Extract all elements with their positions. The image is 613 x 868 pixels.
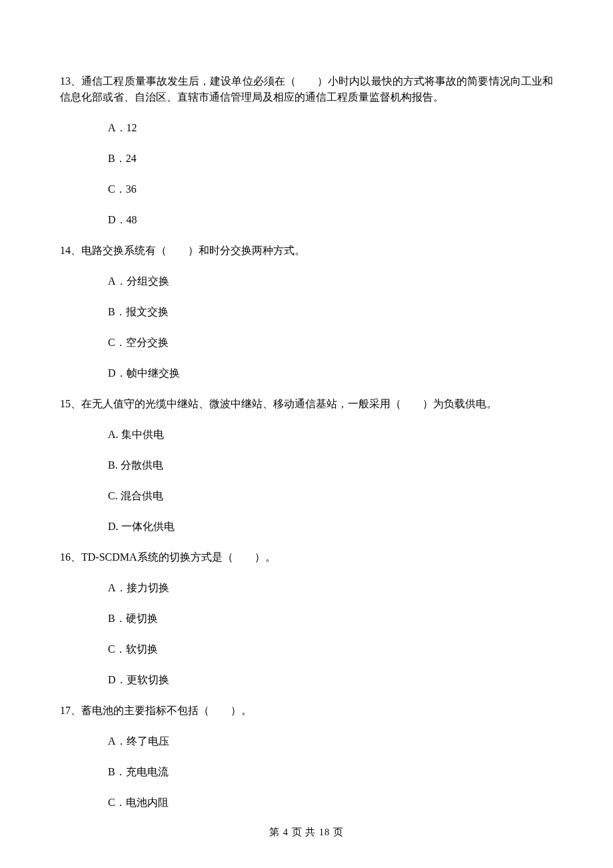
question-13: 13、通信工程质量事故发生后，建设单位必须在（ ）小时内以最快的方式将事故的简要… bbox=[60, 73, 553, 228]
option-d: D. 一体化供电 bbox=[108, 519, 553, 535]
option-list: A. 集中供电 B. 分散供电 C. 混合供电 D. 一体化供电 bbox=[60, 427, 553, 535]
option-c: C．36 bbox=[108, 181, 553, 197]
page-footer: 第 4 页 共 18 页 bbox=[60, 825, 553, 840]
option-c: C．电池内阻 bbox=[108, 795, 553, 811]
option-d: D．48 bbox=[108, 212, 553, 228]
option-a: A．12 bbox=[108, 120, 553, 136]
question-text: 17、蓄电池的主要指标不包括（ ）。 bbox=[60, 703, 553, 719]
option-b: B．报文交换 bbox=[108, 304, 553, 320]
option-c: C．空分交换 bbox=[108, 335, 553, 351]
option-d: D．帧中继交换 bbox=[108, 365, 553, 381]
question-text: 13、通信工程质量事故发生后，建设单位必须在（ ）小时内以最快的方式将事故的简要… bbox=[60, 73, 553, 105]
option-b: B．硬切换 bbox=[108, 611, 553, 627]
option-c: C．软切换 bbox=[108, 641, 553, 657]
option-b: B．充电电流 bbox=[108, 764, 553, 780]
option-b: B．24 bbox=[108, 151, 553, 167]
option-list: A．终了电压 B．充电电流 C．电池内阻 bbox=[60, 733, 553, 811]
option-list: A．12 B．24 C．36 D．48 bbox=[60, 120, 553, 228]
question-15: 15、在无人值守的光缆中继站、微波中继站、移动通信基站，一般采用（ ）为负载供电… bbox=[60, 396, 553, 535]
option-list: A．分组交换 B．报文交换 C．空分交换 D．帧中继交换 bbox=[60, 273, 553, 381]
question-text: 15、在无人值守的光缆中继站、微波中继站、移动通信基站，一般采用（ ）为负载供电… bbox=[60, 396, 553, 412]
question-17: 17、蓄电池的主要指标不包括（ ）。 A．终了电压 B．充电电流 C．电池内阻 bbox=[60, 703, 553, 811]
option-a: A. 集中供电 bbox=[108, 427, 553, 443]
question-16: 16、TD-SCDMA系统的切换方式是（ ）。 A．接力切换 B．硬切换 C．软… bbox=[60, 549, 553, 688]
option-b: B. 分散供电 bbox=[108, 457, 553, 473]
option-a: A．接力切换 bbox=[108, 580, 553, 596]
option-list: A．接力切换 B．硬切换 C．软切换 D．更软切换 bbox=[60, 580, 553, 688]
option-a: A．终了电压 bbox=[108, 733, 553, 749]
option-d: D．更软切换 bbox=[108, 672, 553, 688]
option-a: A．分组交换 bbox=[108, 273, 553, 289]
question-14: 14、电路交换系统有（ ）和时分交换两种方式。 A．分组交换 B．报文交换 C．… bbox=[60, 243, 553, 381]
option-c: C. 混合供电 bbox=[108, 488, 553, 504]
question-text: 14、电路交换系统有（ ）和时分交换两种方式。 bbox=[60, 243, 553, 259]
question-text: 16、TD-SCDMA系统的切换方式是（ ）。 bbox=[60, 549, 553, 565]
